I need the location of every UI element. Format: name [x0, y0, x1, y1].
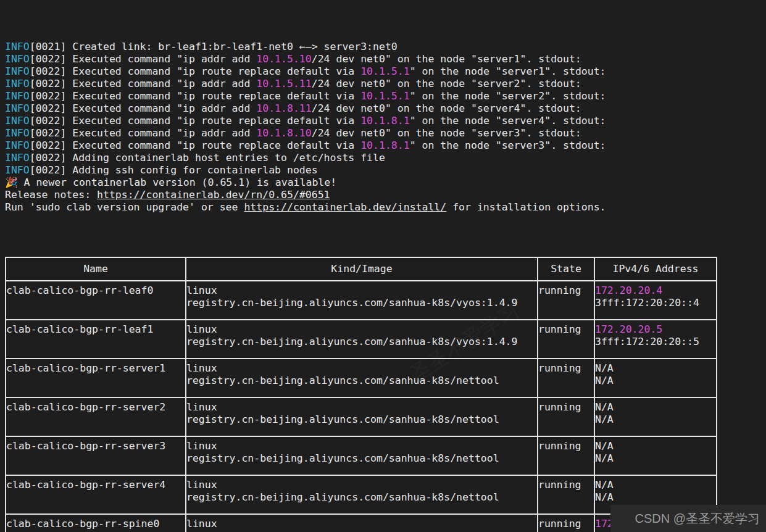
node-ipv6: N/A: [595, 375, 716, 387]
node-state: running: [538, 436, 594, 475]
log-line: INFO[0022] Executed command "ip route re…: [5, 115, 766, 127]
node-image: registry.cn-beijing.aliyuncs.com/sanhua-…: [186, 452, 537, 465]
node-state: running: [538, 281, 594, 320]
node-kind-image: linuxregistry.cn-beijing.aliyuncs.com/sa…: [186, 359, 538, 397]
table-row: clab-calico-bgp-rr-leaf0linuxregistry.cn…: [6, 281, 717, 320]
node-kind: linux: [186, 362, 537, 375]
log-line: INFO[0022] Executed command "ip route re…: [5, 139, 766, 152]
log-text: 🎉 A newer containerlab version (0.65.1) …: [5, 177, 336, 188]
node-image: registry.cn-beijing.aliyuncs.com/sanhua-…: [186, 375, 537, 387]
log-text: for installation options.: [446, 201, 606, 213]
node-kind-image: linuxregistry.cn-beijing.aliyuncs.com/sa…: [186, 436, 538, 475]
log-text: [0022] Adding ssh config for containerla…: [30, 164, 318, 176]
node-kind: linux: [186, 285, 537, 297]
node-ipv6: N/A: [595, 452, 716, 465]
column-header: IPv4/6 Address: [594, 257, 717, 281]
node-addresses: N/AN/A: [594, 397, 717, 436]
node-addresses: N/AN/A: [594, 359, 717, 397]
log-text: [0022] Executed command "ip addr add: [30, 102, 257, 114]
log-line: INFO[0022] Executed command "ip addr add…: [5, 78, 766, 90]
log-level: INFO: [5, 152, 30, 164]
log-text: 10.1.8.1: [360, 115, 409, 127]
log-level: INFO: [5, 115, 30, 127]
log-text: 10.1.5.1: [360, 90, 409, 102]
log-text: " on the node "server4". stdout:: [410, 115, 606, 127]
log-text: [0022] Executed command "ip addr add: [30, 127, 257, 139]
node-state: running: [538, 320, 594, 359]
log-line: INFO[0022] Executed command "ip addr add…: [5, 102, 766, 115]
log-level: INFO: [5, 102, 30, 114]
node-addresses: N/AN/A: [594, 436, 717, 475]
node-kind: linux: [186, 518, 537, 530]
node-ipv6: 3fff:172:20:20::4: [595, 297, 716, 309]
node-image: registry.cn-beijing.aliyuncs.com/sanhua-…: [186, 491, 537, 504]
node-state: running: [538, 514, 594, 532]
node-name: clab-calico-bgp-rr-leaf0: [6, 281, 186, 320]
log-text: /24 dev net0" on the node "server1". std…: [312, 53, 581, 65]
log-level: INFO: [5, 127, 30, 139]
node-ipv6: N/A: [595, 414, 716, 426]
node-state: running: [538, 475, 594, 514]
log-text: [0022] Executed command "ip route replac…: [30, 115, 360, 127]
node-ipv6: 3fff:172:20:20::5: [595, 336, 716, 348]
node-addresses: 172.20.20.43fff:172:20:20::4: [594, 281, 717, 320]
log-text: Run 'sudo clab version upgrade' or see: [5, 201, 244, 213]
log-text: /24 dev net0" on the node "server4". std…: [312, 102, 581, 114]
log-text: 10.1.5.10: [256, 53, 311, 65]
install-link[interactable]: https://containerlab.dev/install/: [244, 201, 446, 213]
terminal-screen[interactable]: INFO[0021] Created link: br-leaf1:br-lea…: [0, 0, 766, 532]
log-text: " on the node "server2". stdout:: [410, 90, 606, 102]
node-kind-image: linuxregistry.cn-beijing.aliyuncs.com/sa…: [186, 475, 538, 514]
log-text: Release notes:: [5, 189, 97, 201]
log-level: INFO: [5, 78, 30, 89]
node-kind: linux: [186, 479, 537, 491]
log-text: /24 dev net0" on the node "server2". std…: [312, 78, 581, 89]
log-line: INFO[0022] Adding containerlab host entr…: [5, 152, 766, 164]
log-text: 10.1.5.1: [360, 65, 409, 77]
log-text: [0022] Adding containerlab host entries …: [30, 152, 385, 164]
node-ipv6: N/A: [595, 491, 716, 504]
node-ipv4: N/A: [595, 401, 716, 414]
table-row: clab-calico-bgp-rr-server3linuxregistry.…: [6, 436, 717, 475]
node-name: clab-calico-bgp-rr-server1: [6, 359, 186, 397]
log-line: 🎉 A newer containerlab version (0.65.1) …: [5, 177, 766, 189]
log-line: INFO[0022] Executed command "ip route re…: [5, 90, 766, 102]
node-kind-image: linuxregistry.cn-beijing.aliyuncs.com/sa…: [186, 514, 538, 532]
table-body: clab-calico-bgp-rr-leaf0linuxregistry.cn…: [6, 281, 717, 532]
node-addresses: 172.20.20.53fff:172:20:20::5: [594, 320, 717, 359]
log-line: INFO[0022] Executed command "ip addr add…: [5, 127, 766, 139]
column-header: Name: [6, 257, 186, 281]
table-row: clab-calico-bgp-rr-server2linuxregistry.…: [6, 397, 717, 436]
log-text: " on the node "server1". stdout:: [410, 65, 606, 77]
column-header: State: [538, 257, 594, 281]
release-notes-link[interactable]: https://containerlab.dev/rn/0.65/#0651: [97, 189, 330, 201]
log-text: 10.1.8.11: [256, 102, 311, 114]
table-row: clab-calico-bgp-rr-server1linuxregistry.…: [6, 359, 717, 397]
node-image: registry.cn-beijing.aliyuncs.com/sanhua-…: [186, 297, 537, 309]
log-line: INFO[0022] Executed command "ip route re…: [5, 65, 766, 78]
node-kind: linux: [186, 401, 537, 414]
log-text: [0022] Executed command "ip addr add: [30, 78, 257, 89]
log-text: [0022] Executed command "ip route replac…: [30, 65, 360, 77]
log-text: [0022] Executed command "ip addr add: [30, 53, 257, 65]
log-level: INFO: [5, 139, 30, 151]
log-level: INFO: [5, 53, 30, 65]
table-row: clab-calico-bgp-rr-leaf1linuxregistry.cn…: [6, 320, 717, 359]
table-header-row: NameKind/ImageStateIPv4/6 Address: [6, 257, 717, 281]
node-kind: linux: [186, 323, 537, 336]
node-kind-image: linuxregistry.cn-beijing.aliyuncs.com/sa…: [186, 320, 538, 359]
node-ipv4: N/A: [595, 479, 716, 491]
log-level: INFO: [5, 164, 30, 176]
node-state: running: [538, 397, 594, 436]
log-text: [0022] Executed command "ip route replac…: [30, 139, 360, 151]
log-line: INFO[0022] Executed command "ip addr add…: [5, 53, 766, 65]
log-level: INFO: [5, 90, 30, 102]
node-name: clab-calico-bgp-rr-spine0: [6, 514, 186, 532]
log-line: INFO[0022] Adding ssh config for contain…: [5, 164, 766, 177]
node-kind-image: linuxregistry.cn-beijing.aliyuncs.com/sa…: [186, 397, 538, 436]
node-ipv4: 172.20.20.4: [595, 285, 716, 297]
log-area: INFO[0021] Created link: br-leaf1:br-lea…: [0, 37, 766, 214]
node-image: registry.cn-beijing.aliyuncs.com/sanhua-…: [186, 414, 537, 426]
node-name: clab-calico-bgp-rr-server2: [6, 397, 186, 436]
log-line: INFO[0021] Created link: br-leaf1:br-lea…: [5, 41, 766, 53]
